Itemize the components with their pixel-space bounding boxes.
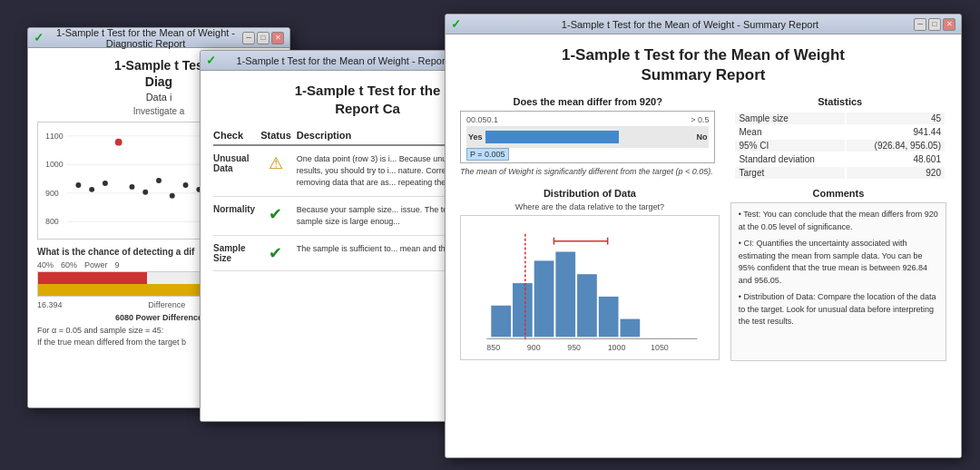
summary-window-buttons: ─ □ ✕ bbox=[914, 18, 956, 31]
diagnostic-minimize-btn[interactable]: ─ bbox=[242, 32, 255, 44]
svg-text:900: 900 bbox=[527, 343, 541, 352]
summary-close-btn[interactable]: ✕ bbox=[943, 18, 956, 31]
summary-top-row: Does the mean differ from 920? 00.050.1>… bbox=[460, 96, 946, 181]
diagnostic-title-text: 1-Sample t Test for the Mean of Weight -… bbox=[49, 27, 242, 49]
svg-text:1000: 1000 bbox=[45, 161, 64, 170]
summary-title-bar: ✓ 1-Sample t Test for the Mean of Weight… bbox=[446, 15, 961, 34]
diagnostic-maximize-btn[interactable]: □ bbox=[257, 32, 270, 44]
diagnostic-close-btn[interactable]: ✕ bbox=[271, 32, 284, 44]
diagnostic-title-bar: ✓ 1-Sample t Test for the Mean of Weight… bbox=[28, 28, 289, 48]
ci-yes-label: Yes bbox=[468, 132, 483, 142]
summary-check-icon: ✓ bbox=[451, 17, 461, 31]
ci-description: The mean of Weight is significantly diff… bbox=[460, 167, 715, 176]
ci-no-label: No bbox=[696, 132, 707, 142]
svg-text:850: 850 bbox=[486, 343, 500, 352]
svg-point-16 bbox=[183, 182, 189, 188]
hypothesis-title: Does the mean differ from 920? bbox=[460, 96, 715, 107]
col-status: Status bbox=[260, 128, 297, 145]
stat-label-target: Target bbox=[735, 167, 845, 179]
svg-point-13 bbox=[142, 190, 148, 195]
status-ok-icon-samplesize: ✔ bbox=[260, 243, 291, 263]
distribution-subtitle: Where are the data relative to the targe… bbox=[460, 202, 720, 211]
stat-label-stdev: Standard deviation bbox=[735, 153, 845, 165]
svg-rect-28 bbox=[599, 297, 619, 337]
comments-section: Comments • Test: You can conclude that t… bbox=[730, 188, 946, 446]
stat-label-ci: 95% CI bbox=[735, 140, 845, 152]
stat-row-mean: Mean 941.44 bbox=[735, 126, 945, 138]
stat-value-stdev: 48.601 bbox=[847, 153, 945, 165]
svg-rect-27 bbox=[577, 274, 597, 337]
svg-point-9 bbox=[89, 187, 94, 192]
svg-point-10 bbox=[103, 181, 108, 186]
statistics-section: Statistics Sample size 45 Mean 941.44 95… bbox=[726, 96, 946, 181]
col-check: Check bbox=[213, 128, 260, 145]
svg-rect-24 bbox=[513, 283, 533, 337]
ci-blue-bar bbox=[485, 131, 619, 143]
svg-text:1050: 1050 bbox=[651, 343, 669, 352]
check-unusual: UnusualData bbox=[213, 153, 255, 173]
svg-point-15 bbox=[170, 193, 175, 199]
svg-text:1100: 1100 bbox=[45, 132, 64, 141]
ci-axis: 00.050.1> 0.5 bbox=[466, 115, 709, 124]
stat-row-samplesize: Sample size 45 bbox=[735, 113, 945, 124]
check-normality: Normality bbox=[213, 204, 255, 214]
svg-point-14 bbox=[156, 178, 162, 183]
svg-rect-25 bbox=[534, 261, 554, 338]
summary-minimize-btn[interactable]: ─ bbox=[914, 18, 926, 31]
stat-value-samplesize: 45 bbox=[847, 113, 945, 124]
stat-row-target: Target 920 bbox=[735, 167, 945, 179]
svg-text:900: 900 bbox=[45, 189, 59, 198]
summary-bottom-row: Distribution of Data Where are the data … bbox=[460, 188, 946, 446]
svg-text:800: 800 bbox=[45, 218, 59, 227]
distribution-chart: 850 900 950 1000 1050 bbox=[460, 215, 720, 360]
check-sample-size: SampleSize bbox=[213, 243, 255, 263]
stats-table: Sample size 45 Mean 941.44 95% CI (926.8… bbox=[733, 111, 946, 181]
summary-content: 1-Sample t Test for the Mean of Weight S… bbox=[446, 34, 961, 457]
stat-value-target: 920 bbox=[847, 167, 945, 179]
svg-point-8 bbox=[75, 182, 81, 188]
svg-rect-23 bbox=[491, 306, 511, 338]
power-bar-yellow bbox=[38, 284, 220, 296]
stat-row-ci: 95% CI (926.84, 956.05) bbox=[735, 140, 945, 152]
ci-bar-area: Yes No bbox=[466, 126, 709, 148]
distribution-title: Distribution of Data bbox=[460, 188, 720, 199]
status-ok-icon-normality: ✔ bbox=[260, 204, 291, 224]
ci-bar-container: 00.050.1> 0.5 Yes No P = 0.005 bbox=[460, 111, 715, 163]
svg-point-11 bbox=[115, 139, 122, 146]
comment-distribution: • Distribution of Data: Compare the loca… bbox=[739, 291, 938, 328]
distribution-section: Distribution of Data Where are the data … bbox=[460, 188, 720, 446]
stat-label-mean: Mean bbox=[735, 126, 845, 138]
diagnostic-check-icon: ✓ bbox=[34, 31, 44, 44]
summary-maximize-btn[interactable]: □ bbox=[928, 18, 941, 31]
svg-point-12 bbox=[130, 184, 135, 190]
power-bar-red bbox=[38, 272, 147, 284]
stat-value-mean: 941.44 bbox=[847, 126, 945, 138]
stat-row-stdev: Standard deviation 48.601 bbox=[735, 153, 945, 165]
summary-main-title: 1-Sample t Test for the Mean of Weight S… bbox=[460, 45, 946, 85]
comments-title: Comments bbox=[730, 188, 946, 199]
comment-test: • Test: You can conclude that the mean d… bbox=[739, 209, 938, 233]
svg-rect-29 bbox=[620, 319, 640, 338]
comment-ci: • CI: Quantifies the uncertainty associa… bbox=[739, 238, 938, 287]
reportcard-check-icon: ✓ bbox=[206, 54, 216, 67]
status-warning-icon: ⚠ bbox=[260, 153, 291, 173]
p-value-display: P = 0.005 bbox=[466, 150, 709, 159]
summary-window: ✓ 1-Sample t Test for the Mean of Weight… bbox=[445, 14, 962, 458]
svg-text:950: 950 bbox=[567, 343, 581, 352]
hypothesis-section: Does the mean differ from 920? 00.050.1>… bbox=[460, 96, 715, 181]
diagnostic-window-buttons: ─ □ ✕ bbox=[242, 32, 284, 44]
stat-value-ci: (926.84, 956.05) bbox=[847, 140, 945, 152]
summary-title-text: 1-Sample t Test for the Mean of Weight -… bbox=[466, 19, 914, 30]
statistics-title: Statistics bbox=[733, 96, 946, 107]
stat-label-samplesize: Sample size bbox=[735, 113, 845, 124]
comments-box: • Test: You can conclude that the mean d… bbox=[730, 202, 946, 361]
svg-rect-26 bbox=[555, 252, 575, 338]
svg-text:1000: 1000 bbox=[608, 343, 626, 352]
